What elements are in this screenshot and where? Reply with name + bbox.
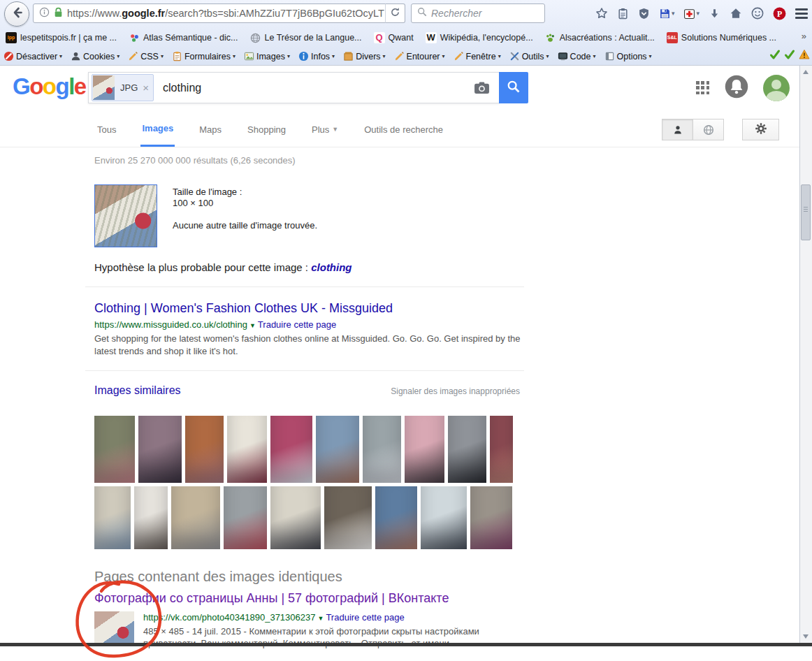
- similar-image-thumbnail[interactable]: [270, 486, 321, 549]
- devbar-menu-label: Formulaires: [184, 52, 231, 61]
- similar-image-thumbnail[interactable]: [134, 486, 168, 549]
- similar-image-thumbnail[interactable]: [470, 486, 512, 549]
- scroll-up-arrow[interactable]: [800, 66, 811, 78]
- clipboard-icon[interactable]: [617, 8, 629, 20]
- similar-image-thumbnail[interactable]: [363, 416, 401, 483]
- clipboard-icon: [172, 51, 182, 61]
- doc-icon: [604, 51, 615, 61]
- scroll-down-arrow[interactable]: [800, 631, 811, 642]
- devbar-menu-info[interactable]: Infos▾: [298, 51, 335, 61]
- result-caret-icon[interactable]: ▼: [317, 615, 324, 622]
- similar-image-thumbnail[interactable]: [324, 486, 372, 549]
- similar-image-thumbnail[interactable]: [375, 486, 417, 549]
- devbar-menu-pencil[interactable]: CSS▾: [128, 51, 164, 61]
- devbar-menu-pencil[interactable]: Entourer▾: [394, 51, 445, 61]
- result-caret-icon[interactable]: ▼: [249, 322, 256, 329]
- browser-search-field[interactable]: Rechercher: [411, 3, 545, 23]
- scrollbar-thumb[interactable]: [801, 184, 811, 240]
- devbar-menu-clipboard[interactable]: Formulaires▾: [172, 51, 235, 61]
- devbar-menu-tools[interactable]: Outils▾: [509, 51, 549, 61]
- bookmark-item[interactable]: Atlas Sémantique - dic...: [129, 32, 238, 43]
- result-title-link[interactable]: Clothing | Women's Fashion Clothes UK - …: [94, 301, 393, 316]
- similar-image-thumbnail[interactable]: [171, 486, 220, 549]
- box-icon: [343, 51, 354, 61]
- shield-icon[interactable]: [638, 8, 650, 20]
- vertical-scrollbar[interactable]: [799, 66, 812, 643]
- devbar-menu-screen[interactable]: Code▾: [558, 51, 596, 61]
- bookmarks-overflow-icon[interactable]: »: [802, 31, 806, 41]
- apps-grid-icon[interactable]: [696, 81, 710, 95]
- similar-image-thumbnail[interactable]: [405, 416, 444, 483]
- bookmark-star-icon[interactable]: [595, 7, 608, 20]
- lock-icon[interactable]: [54, 7, 63, 20]
- bookmark-item[interactable]: Alsacréations : Actualit...: [545, 32, 655, 43]
- notifications-bell-icon[interactable]: [725, 75, 748, 101]
- similar-image-thumbnail[interactable]: [224, 486, 267, 549]
- google-search-box[interactable]: JPG × clothing: [88, 72, 500, 103]
- bookmark-item[interactable]: Le Trésor de la Langue...: [250, 32, 362, 43]
- similar-image-thumbnail[interactable]: [448, 416, 486, 483]
- tab-plus[interactable]: Plus▼: [310, 112, 340, 147]
- reload-button[interactable]: [385, 3, 405, 23]
- similar-image-thumbnail[interactable]: [421, 486, 467, 549]
- devbar-menu-label: Entourer: [407, 52, 440, 61]
- similar-image-thumbnail[interactable]: [490, 416, 513, 483]
- devbar-menu-doc[interactable]: Options▾: [604, 51, 652, 61]
- devbar-menu-image[interactable]: Images▾: [244, 51, 290, 61]
- globe-results-toggle[interactable]: [693, 119, 724, 140]
- similar-image-thumbnail[interactable]: [94, 486, 131, 549]
- url-bar[interactable]: https://www.google.fr/search?tbs=sbi:AMh…: [33, 3, 391, 23]
- save-floppy-icon[interactable]: ▾: [659, 8, 675, 20]
- similar-image-thumbnail[interactable]: [94, 416, 135, 483]
- downloads-icon[interactable]: [709, 8, 720, 20]
- devbar-menu-box[interactable]: Divers▾: [343, 51, 385, 61]
- google-logo[interactable]: Google: [13, 73, 86, 100]
- bookmark-item[interactable]: WWikipédia, l'encyclopé...: [426, 32, 533, 43]
- similar-image-thumbnail[interactable]: [227, 416, 267, 483]
- devbar-menu-pencil[interactable]: Fenêtre▾: [454, 51, 501, 61]
- bookmark-item[interactable]: S&LSolutions Numériques ...: [667, 32, 776, 43]
- bookmark-item[interactable]: lpplespetitspois.fr | ça me ...: [6, 32, 117, 43]
- devbar-menu-ban[interactable]: Désactiver▾: [3, 51, 62, 61]
- tab-maps[interactable]: Maps: [198, 112, 223, 147]
- tab-images[interactable]: Images: [140, 112, 175, 147]
- image-chip[interactable]: JPG ×: [92, 74, 154, 101]
- similar-image-thumbnail[interactable]: [138, 416, 182, 483]
- site-info-icon[interactable]: [39, 7, 50, 20]
- person-results-toggle[interactable]: [662, 119, 693, 140]
- camera-icon[interactable]: [474, 81, 490, 94]
- similar-image-thumbnail[interactable]: [316, 416, 359, 483]
- medkit-icon[interactable]: ▾: [683, 8, 699, 20]
- search-query-text[interactable]: clothing: [163, 82, 201, 94]
- devbar-menu-user[interactable]: Cookies▾: [71, 51, 119, 61]
- similar-image-thumbnail[interactable]: [270, 416, 312, 483]
- translate-link[interactable]: Traduire cette page: [258, 319, 336, 330]
- best-guess-line: Hypothèse la plus probable pour cette im…: [94, 261, 352, 273]
- query-image-large[interactable]: [94, 184, 157, 247]
- no-other-size: Aucune autre taille d'image trouvée.: [173, 220, 317, 231]
- tab-outils-de-recherche[interactable]: Outils de recherche: [363, 112, 444, 147]
- chip-close-icon[interactable]: ×: [143, 82, 149, 94]
- smiley-icon[interactable]: [751, 7, 764, 20]
- tab-tous[interactable]: Tous: [96, 112, 117, 147]
- search-button[interactable]: [499, 72, 528, 103]
- back-button[interactable]: [4, 1, 29, 27]
- pinterest-icon[interactable]: P: [773, 7, 786, 20]
- bookmark-item[interactable]: QQwant: [374, 32, 414, 43]
- best-guess-link[interactable]: clothing: [311, 261, 351, 273]
- devbar-menu-label: Cookies: [83, 52, 115, 61]
- report-images-link[interactable]: Signaler des images inappropriées: [391, 386, 520, 396]
- translate-link[interactable]: Traduire cette page: [326, 612, 404, 623]
- account-avatar[interactable]: [763, 75, 790, 101]
- menu-icon[interactable]: [795, 8, 808, 19]
- tab-shopping[interactable]: Shopping: [246, 112, 287, 147]
- similar-image-thumbnail[interactable]: [185, 416, 224, 483]
- home-icon[interactable]: [730, 7, 742, 20]
- vk-result-title-link[interactable]: Фотографии со страницы Анны | 57 фотогра…: [94, 591, 449, 606]
- vk-result-thumbnail[interactable]: [94, 611, 134, 644]
- bookmark-label: Qwant: [389, 33, 414, 43]
- chevron-down-icon[interactable]: ▾: [672, 10, 675, 17]
- similar-images-link[interactable]: Images similaires: [94, 384, 181, 397]
- settings-button[interactable]: [742, 119, 779, 140]
- chevron-down-icon[interactable]: ▾: [696, 10, 699, 17]
